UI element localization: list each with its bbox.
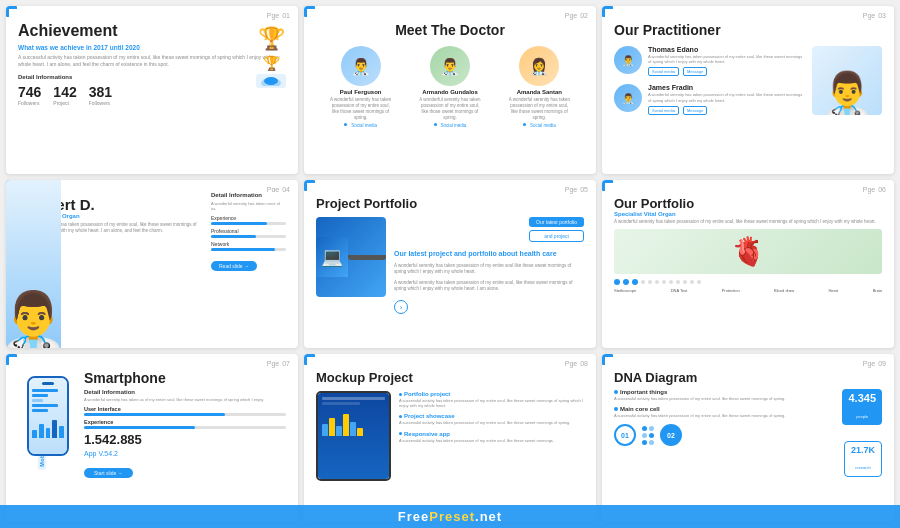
doctor-2: 👨‍⚕️ Armando Gundalos A wonderful sereni… — [419, 46, 481, 128]
smartphone-detail-desc: A wonderful serenity has taken us of my … — [84, 397, 286, 402]
robbert-right: Detail Information A wonderful serenity … — [211, 192, 286, 336]
portfolio-left-img: 💻 — [316, 217, 386, 297]
slide-num-9: Pge09 — [863, 360, 886, 367]
svg-point-1 — [264, 77, 278, 85]
our-portfolio-role: Specialist Vital Organ — [614, 211, 882, 217]
our-portfolio-desc: A wonderful serenity has taken possessio… — [614, 219, 882, 225]
pract-2-photo: 👨‍⚕️ — [614, 84, 642, 112]
portfolio-btn-2[interactable]: and project — [529, 230, 584, 242]
portfolio-arrow[interactable]: › — [394, 300, 408, 314]
achievement-stats: 746 Followers 142 Project 381 Followers — [18, 84, 286, 106]
trophy-icon: 🏆 — [258, 26, 285, 52]
portfolio-categories: Stethoscope DNA Test Protection Blood dr… — [614, 288, 882, 293]
smartphone-exp-progress — [84, 426, 286, 429]
portfolio-subtitle: Our latest project and portfolio about h… — [394, 250, 584, 257]
dna-right: 4.345 people 21.7K research — [842, 389, 882, 477]
proj-item-3: Responsive app A successful activity has… — [399, 431, 584, 443]
smartphone-start-btn[interactable]: Start slide → — [84, 468, 133, 478]
laptop-illustration: 💻 — [316, 237, 348, 277]
read-slide-btn[interactable]: Read slide → — [211, 261, 257, 271]
dna-item-1: Important things A successful activity h… — [614, 389, 836, 401]
progress-experience — [211, 222, 286, 225]
doctor-2-social: Social media — [434, 123, 467, 128]
trophy-base — [256, 74, 286, 88]
doctor-1-desc: A wonderful serenity has taken possessio… — [330, 97, 392, 120]
trophy-small-icon: 🏆 — [263, 55, 280, 71]
portfolio-organ-img: 🫀 — [614, 229, 882, 274]
slide-smartphone: Pge07 Mobile Application — [6, 354, 298, 522]
dna-stat-1: 4.345 people — [842, 389, 882, 425]
practitioner-content: 👨‍⚕️ Thomas Edano A wonderful serenity h… — [614, 46, 882, 115]
doctor-3-name: Amanda Santan — [517, 89, 562, 95]
slide-practitioner: Pge03 Our Practitioner 👨‍⚕️ Thomas Edano… — [602, 6, 894, 174]
slide-num-2: Pge02 — [565, 12, 588, 19]
meet-doctor-title: Meet The Doctor — [316, 22, 584, 38]
tablet-screen — [318, 393, 389, 479]
dna-stat-2: 21.7K research — [844, 441, 882, 477]
slide-achievement: Pge01 Achievement What was we achieve in… — [6, 6, 298, 174]
smartphone-detail-title: Detail Information — [84, 389, 286, 395]
portfolio-desc: A wonderful serenity has taken possessio… — [394, 263, 584, 276]
slide-mockup: Pge08 Mockup Project — [304, 354, 596, 522]
doctor-2-photo: 👨‍⚕️ — [430, 46, 470, 86]
achievement-body: A successful activity has taken possessi… — [18, 54, 286, 68]
smartphone-content: Mobile Application — [18, 366, 286, 510]
trophy-decoration: 🏆 🏆 — [256, 26, 286, 88]
doctor-1-social: Social media — [344, 123, 377, 128]
our-portfolio-title: Our Portfolio — [614, 196, 882, 211]
mockup-title: Mockup Project — [316, 370, 584, 385]
achievement-subtitle: What was we achieve in 2017 until 2020 — [18, 44, 286, 51]
portfolio-title: Project Portfolio — [316, 196, 584, 211]
doctors-list: 👨‍⚕️ Paul Ferguson A wonderful serenity … — [316, 46, 584, 128]
robbert-doctor-img: 👨‍⚕️ — [6, 180, 61, 348]
smartphone-app-version: App V.54.2 — [84, 450, 286, 457]
dna-item-2: Main core cell A successful activity has… — [614, 406, 836, 418]
dna-content: Important things A successful activity h… — [614, 389, 882, 477]
project-list: Portfolio project A successful activity … — [399, 391, 584, 481]
proj-item-2: Project showcase A successful activity h… — [399, 413, 584, 425]
doctor-3-photo: 👩‍⚕️ — [519, 46, 559, 86]
pract-2: 👨‍⚕️ James Fradin A wonderful serenity h… — [614, 84, 804, 114]
doctor-1: 👨‍⚕️ Paul Ferguson A wonderful serenity … — [330, 46, 392, 128]
doctor-1-photo: 👨‍⚕️ — [341, 46, 381, 86]
robbert-detail: Detail Information A wonderful serenity … — [211, 192, 286, 272]
circle-01: 01 — [614, 424, 636, 446]
achievement-title: Achievement — [18, 22, 286, 40]
pract-2-btns: Social media Message — [648, 106, 804, 115]
dna-circles: 01 — [614, 424, 836, 446]
progress-network — [211, 248, 286, 251]
doctor-2-desc: A wonderful serenity has taken possessio… — [419, 97, 481, 120]
slide-grid: Pge01 Achievement What was we achieve in… — [0, 0, 900, 528]
dna-title: DNA Diagram — [614, 370, 882, 385]
mockup-content: Portfolio project A successful activity … — [316, 391, 584, 481]
proj-item-1: Portfolio project A successful activity … — [399, 391, 584, 408]
slide-num-5: Pge05 — [565, 186, 588, 193]
watermark: FreePreset.net — [0, 505, 900, 528]
smartphone-title: Smartphone — [84, 370, 286, 386]
portfolio-more: A wonderful serenity has taken possessio… — [394, 280, 584, 293]
slide-num-8: Pge08 — [565, 360, 588, 367]
slide-num-6: Pge06 — [863, 186, 886, 193]
slide-meet-doctor: Pge02 Meet The Doctor 👨‍⚕️ Paul Ferguson… — [304, 6, 596, 174]
slide-our-portfolio: Pge06 Our Portfolio Specialist Vital Org… — [602, 180, 894, 348]
smartphone-right: Smartphone Detail Information A wonderfu… — [84, 366, 286, 510]
slide-portfolio: Pge05 Project Portfolio 💻 Our latest por… — [304, 180, 596, 348]
pract-1-photo: 👨‍⚕️ — [614, 46, 642, 74]
portfolio-content: 💻 Our latest portfolio and project Our l… — [316, 217, 584, 314]
doctor-1-name: Paul Ferguson — [340, 89, 382, 95]
pract-1-btns: Social media Message — [648, 67, 804, 76]
practitioner-big-photo: 👨‍⚕️ — [812, 46, 882, 115]
achievement-detail: Detail Informations — [18, 74, 286, 80]
stat-followers: 746 Followers — [18, 84, 41, 106]
slide-dna: Pge09 DNA Diagram Important things A suc… — [602, 354, 894, 522]
pract-1-info: Thomas Edano A wonderful serenity has ta… — [648, 46, 804, 76]
smartphone-exp-label: Experience — [84, 419, 286, 425]
stat-project: 142 Project — [53, 84, 76, 106]
practitioners-list: 👨‍⚕️ Thomas Edano A wonderful serenity h… — [614, 46, 804, 115]
portfolio-btn-1[interactable]: Our latest portfolio — [529, 217, 584, 227]
dna-left: Important things A successful activity h… — [614, 389, 836, 477]
circle-02: 02 — [660, 424, 682, 446]
smartphone-left: Mobile Application — [18, 366, 78, 510]
tablet-chart — [322, 411, 385, 436]
phone-screen — [29, 378, 67, 454]
